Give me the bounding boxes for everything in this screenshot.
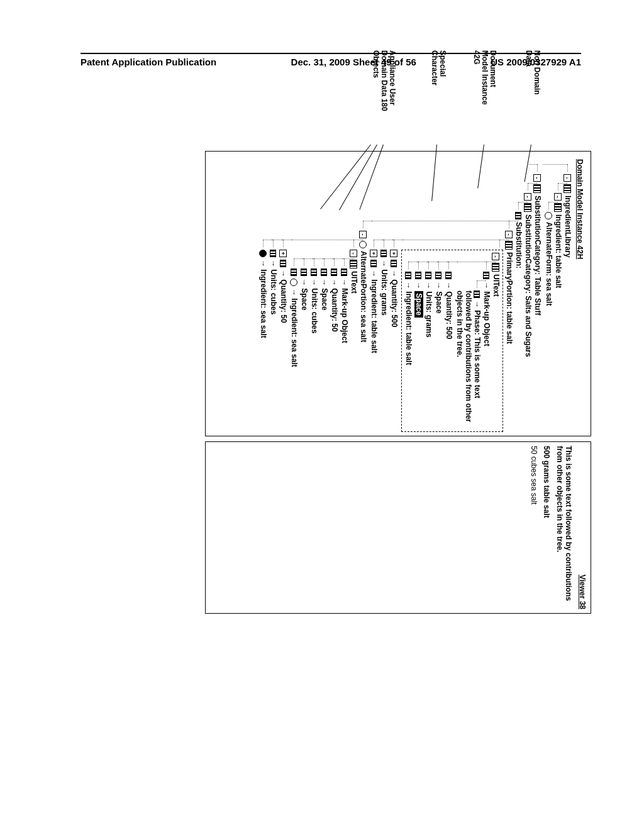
node-markup-2[interactable]: Mark-up Object (340, 258, 350, 432)
object-icon (391, 260, 397, 267)
label-special-character: SpecialCharacter (430, 50, 447, 86)
node-substitution[interactable]: Substitution: -PrimaryPortion: table sal… (257, 202, 524, 432)
node-space-c[interactable]: Space (299, 258, 309, 432)
expand-icon[interactable]: - (505, 231, 513, 238)
node-phase[interactable]: Phase: This is some text followed by con… (455, 280, 482, 429)
node-space-a[interactable]: Space (434, 262, 444, 429)
object-icon (415, 272, 421, 279)
page-header: Patent Application Publication Dec. 31, … (80, 53, 581, 67)
figure-rotated-stage: Non DomainData DocumentModel Instance42G… (57, 151, 591, 635)
object-icon (311, 268, 317, 276)
object-icon (301, 268, 307, 276)
object-icon (515, 212, 521, 219)
node-uitext-2[interactable]: -UIText Mark-up Object Quantity: 50 Spac… (289, 240, 359, 432)
object-icon (492, 263, 499, 272)
label-non-domain-data: Non DomainData (525, 50, 541, 95)
node-space-b[interactable]: Space (319, 258, 330, 432)
expand-icon[interactable]: - (554, 193, 562, 201)
node-qty-50-a[interactable]: Quantity: 50 (330, 258, 340, 432)
node-space-highlight[interactable]: → Space (414, 262, 424, 429)
viewer-paragraph: This is some text followed by contributi… (555, 446, 573, 609)
label-doc-model-instance: DocumentModel Instance42G (472, 50, 497, 105)
node-qty-50-b[interactable]: +Quantity: 50 (279, 240, 289, 432)
object-icon (524, 203, 531, 212)
viewer-line-1: 500 grams table salt (542, 446, 551, 609)
viewer-line-2: 50 cubes sea salt (529, 446, 538, 609)
object-icon (405, 272, 411, 279)
circle-icon (359, 241, 367, 248)
object-icon (554, 203, 562, 212)
object-icon (280, 260, 286, 267)
object-icon (425, 272, 431, 279)
header-left: Patent Application Publication (80, 57, 216, 67)
node-ingredient-table-salt-3[interactable]: +Ingredient: table salt (369, 240, 379, 432)
object-icon (350, 260, 357, 268)
object-icon (321, 268, 327, 276)
expand-icon[interactable]: - (350, 250, 357, 257)
node-units-grams-b[interactable]: Units: grams (379, 240, 389, 432)
object-icon (331, 268, 337, 276)
uitext-dashed-group: -UIText Mark-up Object Phase: This is so… (401, 250, 503, 432)
node-qty-500-a[interactable]: Quantity: 500 (444, 262, 454, 429)
object-icon (370, 260, 377, 267)
viewer-panel: Viewer 38 This is some text followed by … (205, 441, 591, 614)
node-ingredient-sea-salt-2[interactable]: Ingredient: sea salt (258, 240, 269, 432)
header-center: Dec. 31, 2009 Sheet 49 of 56 (291, 57, 416, 67)
node-ingredient-sea-salt-1[interactable]: Ingredient: sea salt (289, 258, 299, 432)
object-icon (483, 272, 489, 279)
node-qty-500-b[interactable]: +Quantity: 500 (389, 240, 399, 432)
object-icon (435, 272, 441, 279)
object-icon (474, 290, 480, 298)
expand-icon[interactable]: - (359, 231, 367, 238)
node-ingredient-table-salt[interactable]: -Ingredient: table salt AlternateForm: s… (543, 183, 564, 432)
node-ingredient-library[interactable]: -IngredientLibrary -Ingredient: table sa… (543, 164, 573, 432)
circle-icon (545, 212, 552, 219)
expand-icon[interactable]: - (524, 193, 531, 201)
object-icon (291, 268, 297, 276)
node-subcat-table-stuff[interactable]: -SubstitutionCategory: Table Stuff -Subs… (256, 164, 543, 432)
tree-panel-title: Domain Model Instance 42H (573, 155, 587, 432)
page: Patent Application Publication Dec. 31, … (0, 0, 644, 830)
label-appliance-objects: Appliance UserDomain Data 180Objects (371, 50, 396, 111)
circle-icon (259, 250, 267, 257)
expand-icon[interactable]: - (564, 174, 571, 182)
model-tree[interactable]: -IngredientLibrary -Ingredient: table sa… (256, 155, 573, 432)
viewer-title: Viewer 38 (578, 446, 587, 609)
expand-icon[interactable]: - (533, 174, 541, 182)
expand-icon[interactable]: + (370, 250, 377, 257)
node-units-cubes-b[interactable]: Units: cubes (269, 240, 279, 432)
node-alternate-form[interactable]: AlternateForm: sea salt (544, 202, 554, 432)
panels-row: Domain Model Instance 42H -IngredientLib… (205, 151, 591, 635)
object-icon (505, 241, 513, 250)
node-primary-portion[interactable]: -PrimaryPortion: table salt -UIText (369, 221, 514, 432)
object-icon (445, 272, 452, 279)
object-icon (270, 250, 276, 257)
expand-icon[interactable]: + (279, 250, 287, 257)
node-alternate-portion[interactable]: -AlternatePortion: sea salt -UIText Mark… (258, 221, 369, 432)
node-units-cubes-a[interactable]: Units: cubes (309, 258, 319, 432)
node-ingredient-table-salt-2[interactable]: Ingredient: table salt (404, 262, 414, 429)
expand-icon[interactable]: + (390, 250, 397, 257)
object-icon (380, 250, 387, 257)
expand-icon[interactable]: - (492, 253, 499, 260)
object-icon (533, 184, 541, 193)
circle-icon (290, 279, 297, 286)
object-icon (341, 268, 347, 276)
object-icon (564, 184, 571, 193)
node-subcat-salts-sugars[interactable]: -SubstitutionCategory: Salts and Sugars … (257, 183, 533, 432)
node-units-grams-a[interactable]: Units: grams (424, 262, 434, 429)
tree-panel: Domain Model Instance 42H -IngredientLib… (205, 151, 591, 436)
node-markup-1[interactable]: Mark-up Object Phase: This is some text … (454, 262, 492, 429)
node-uitext-1[interactable]: -UIText Mark-up Object Phase: This is so… (399, 240, 505, 432)
